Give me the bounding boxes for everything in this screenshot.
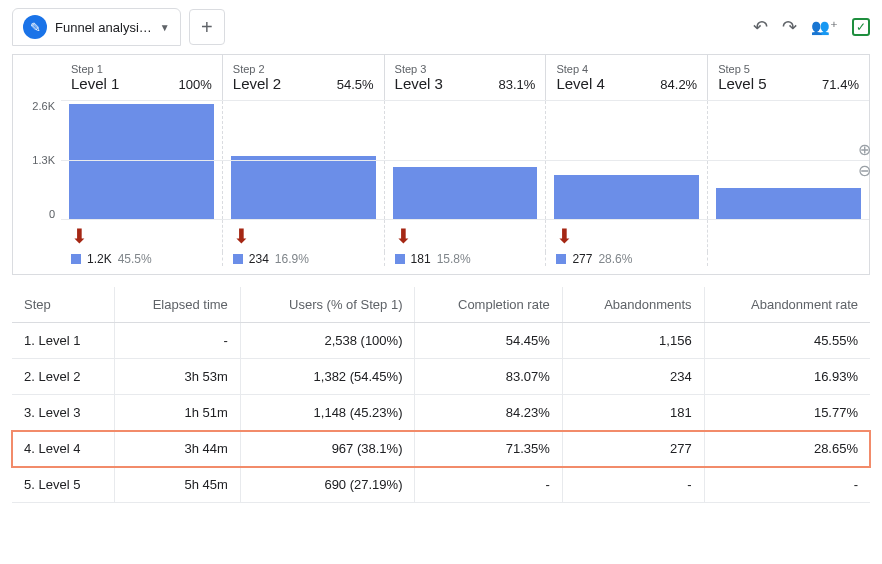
chevron-down-icon[interactable]: ▼ <box>160 22 170 33</box>
dropoff-count: 277 <box>572 252 592 266</box>
cell: 83.07% <box>415 359 562 395</box>
bar[interactable] <box>231 156 376 219</box>
bar[interactable] <box>393 167 538 219</box>
step-headers: Step 1 Level 1 100%Step 2 Level 2 54.5%S… <box>61 55 869 100</box>
table-row[interactable]: 2. Level 23h 53m1,382 (54.45%)83.07%2341… <box>12 359 870 395</box>
y-tick: 1.3K <box>32 154 55 166</box>
bars <box>61 100 869 220</box>
table-row[interactable]: 3. Level 31h 51m1,148 (45.23%)84.23%1811… <box>12 395 870 431</box>
step-label: Step 3 <box>395 63 536 75</box>
dropoff-arrows: ⬇⬇⬇⬇ <box>61 220 869 252</box>
cell: 2. Level 2 <box>12 359 114 395</box>
dropoff-pct: 28.6% <box>598 252 632 266</box>
step-header[interactable]: Step 4 Level 4 84.2% <box>545 55 707 100</box>
legend-swatch <box>395 254 405 264</box>
cell: 690 (27.19%) <box>240 467 415 503</box>
zoom-out-icon[interactable]: ⊖ <box>858 161 871 180</box>
step-name: Level 4 <box>556 75 604 92</box>
table-row[interactable]: 4. Level 43h 44m967 (38.1%)71.35%27728.6… <box>12 431 870 467</box>
cell: 4. Level 4 <box>12 431 114 467</box>
step-label: Step 1 <box>71 63 212 75</box>
dropoff-legend: 1.2K 45.5% 234 16.9% 181 15.8% 277 28.6% <box>61 252 869 274</box>
cell: - <box>415 467 562 503</box>
dropoff-pct: 16.9% <box>275 252 309 266</box>
bar-slot <box>384 101 546 219</box>
cell: 28.65% <box>704 431 870 467</box>
bar[interactable] <box>554 175 699 219</box>
cell: 234 <box>562 359 704 395</box>
cell: 967 (38.1%) <box>240 431 415 467</box>
y-axis: 2.6K1.3K0 <box>13 100 61 220</box>
step-header[interactable]: Step 3 Level 3 83.1% <box>384 55 546 100</box>
step-header[interactable]: Step 5 Level 5 71.4% <box>707 55 869 100</box>
cell: 5h 45m <box>114 467 240 503</box>
cell: 1,148 (45.23%) <box>240 395 415 431</box>
cell: 181 <box>562 395 704 431</box>
table-row[interactable]: 5. Level 55h 45m690 (27.19%)--- <box>12 467 870 503</box>
check-icon[interactable]: ✓ <box>852 18 870 36</box>
bar[interactable] <box>716 188 861 219</box>
legend-cell: 181 15.8% <box>384 252 546 266</box>
cell: 71.35% <box>415 431 562 467</box>
share-icon[interactable]: 👥⁺ <box>811 18 838 36</box>
legend-swatch <box>233 254 243 264</box>
step-name: Level 1 <box>71 75 119 92</box>
cell: 1,156 <box>562 323 704 359</box>
funnel-panel: Step 1 Level 1 100%Step 2 Level 2 54.5%S… <box>12 54 870 275</box>
cell: 3h 44m <box>114 431 240 467</box>
cell: 1h 51m <box>114 395 240 431</box>
arrow-down-icon: ⬇ <box>233 226 250 246</box>
redo-icon[interactable]: ↷ <box>782 16 797 38</box>
cell: 3. Level 3 <box>12 395 114 431</box>
col-header[interactable]: Abandonments <box>562 287 704 323</box>
bar-slot <box>61 101 222 219</box>
tab-title: Funnel analysi… <box>55 20 152 35</box>
dropoff-cell: ⬇ <box>61 220 222 252</box>
step-label: Step 5 <box>718 63 859 75</box>
zoom-in-icon[interactable]: ⊕ <box>858 140 871 159</box>
dropoff-count: 181 <box>411 252 431 266</box>
cell: 45.55% <box>704 323 870 359</box>
cell: 84.23% <box>415 395 562 431</box>
step-header[interactable]: Step 2 Level 2 54.5% <box>222 55 384 100</box>
step-pct: 71.4% <box>822 77 859 92</box>
legend-cell: 1.2K 45.5% <box>61 252 222 266</box>
new-tab-button[interactable]: + <box>189 9 225 45</box>
bar[interactable] <box>69 104 214 219</box>
cell: 54.45% <box>415 323 562 359</box>
legend-swatch <box>556 254 566 264</box>
dropoff-count: 1.2K <box>87 252 112 266</box>
step-pct: 100% <box>179 77 212 92</box>
cell: 1,382 (54.45%) <box>240 359 415 395</box>
bar-slot <box>545 101 707 219</box>
undo-icon[interactable]: ↶ <box>753 16 768 38</box>
dropoff-pct: 15.8% <box>437 252 471 266</box>
funnel-chart: 2.6K1.3K0 ⊕ ⊖ <box>13 100 869 220</box>
table-row[interactable]: 1. Level 1-2,538 (100%)54.45%1,15645.55% <box>12 323 870 359</box>
cell: 16.93% <box>704 359 870 395</box>
y-tick: 0 <box>49 208 55 220</box>
cell: 2,538 (100%) <box>240 323 415 359</box>
step-label: Step 4 <box>556 63 697 75</box>
cell: - <box>704 467 870 503</box>
col-header[interactable]: Completion rate <box>415 287 562 323</box>
col-header[interactable]: Elapsed time <box>114 287 240 323</box>
funnel-table: StepElapsed timeUsers (% of Step 1)Compl… <box>12 287 870 503</box>
zoom-controls: ⊕ ⊖ <box>858 140 871 180</box>
pencil-icon: ✎ <box>23 15 47 39</box>
col-header[interactable]: Users (% of Step 1) <box>240 287 415 323</box>
step-label: Step 2 <box>233 63 374 75</box>
col-header[interactable]: Step <box>12 287 114 323</box>
cell: 5. Level 5 <box>12 467 114 503</box>
step-pct: 83.1% <box>499 77 536 92</box>
y-tick: 2.6K <box>32 100 55 112</box>
cell: 15.77% <box>704 395 870 431</box>
cell: 3h 53m <box>114 359 240 395</box>
active-tab[interactable]: ✎ Funnel analysi… ▼ <box>12 8 181 46</box>
cell: - <box>114 323 240 359</box>
col-header[interactable]: Abandonment rate <box>704 287 870 323</box>
bar-slot <box>222 101 384 219</box>
step-pct: 54.5% <box>337 77 374 92</box>
step-name: Level 2 <box>233 75 281 92</box>
step-header[interactable]: Step 1 Level 1 100% <box>61 55 222 100</box>
